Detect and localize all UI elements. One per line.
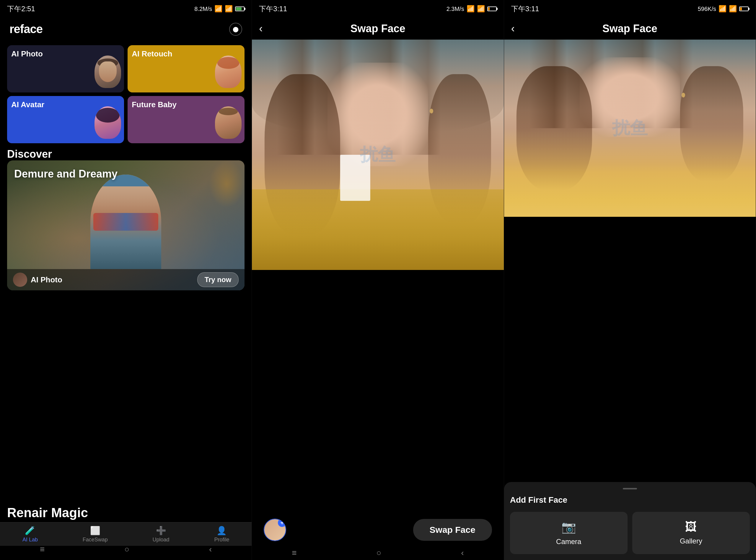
- back-btn-2[interactable]: ‹: [461, 548, 464, 558]
- nav-faceswap[interactable]: ⬜ FaceSwap: [83, 526, 108, 543]
- card-ai-retouch-label: AI Retouch: [132, 49, 172, 59]
- panel-reface-home: 下午2:51 8.2M/s 📶 📶 reface ⬤ AI Photo: [0, 0, 252, 560]
- battery-tip-2: [497, 8, 497, 10]
- sheet-handle: [623, 488, 637, 489]
- card-future-baby-label: Future Baby: [132, 100, 177, 109]
- nav-upload-label: Upload: [153, 537, 169, 543]
- signal-icon-2: 📶: [467, 5, 474, 13]
- home-btn-2[interactable]: ○: [376, 548, 382, 558]
- back-button-2[interactable]: ‹: [259, 22, 263, 35]
- panel-swap-face-2: 下午3:11 2.3M/s 📶 📶 ‹ Swap Face: [252, 0, 504, 560]
- card-ai-photo-label: AI Photo: [11, 49, 43, 59]
- discover-card-text: Demure and Dreamy: [14, 167, 118, 180]
- discover-section: Discover Demure and Dreamy AI Photo: [0, 148, 252, 293]
- camera-option-btn[interactable]: 📷 Camera: [510, 512, 628, 554]
- home-indicator-1: ≡ ○ ‹: [0, 542, 252, 557]
- panel3-title: Swap Face: [602, 22, 657, 35]
- status-bar-3: 下午3:11 596K/s 📶 📶: [504, 0, 756, 18]
- nav-faceswap-label: FaceSwap: [83, 537, 108, 543]
- status-time-1: 下午2:51: [7, 4, 35, 14]
- battery-tip-3: [749, 8, 750, 10]
- discover-bottom-bar: AI Photo Try now: [7, 269, 245, 290]
- discover-woman-figure: [90, 175, 161, 269]
- discover-type: AI Photo: [31, 275, 62, 284]
- gallery-option-btn[interactable]: 🖼 Gallery: [632, 512, 750, 554]
- card-ai-retouch-face: [212, 51, 245, 93]
- nav-profile[interactable]: 👤 Profile: [214, 526, 229, 543]
- back-button-3[interactable]: ‹: [511, 22, 515, 35]
- ai-lab-icon: 🧪: [25, 526, 35, 536]
- battery-tip-1: [245, 8, 245, 10]
- card-ai-avatar[interactable]: AI Avatar: [7, 96, 124, 143]
- status-time-2: 下午3:11: [259, 4, 287, 14]
- card-future-baby-face: [212, 102, 245, 143]
- reface-logo: reface: [9, 22, 42, 36]
- wifi-icon-3: 📶: [729, 5, 737, 13]
- strap-2: [340, 155, 370, 201]
- battery-1: [235, 6, 245, 11]
- main-photo-2: 扰鱼: [252, 40, 504, 270]
- speed-1: 8.2M/s: [194, 6, 212, 13]
- bottom-sheet: Add First Face 📷 Camera 🖼 Gallery: [504, 482, 756, 560]
- face-skin-3: [579, 57, 680, 137]
- wifi-icon-2: 📶: [477, 5, 485, 13]
- battery-3: [739, 6, 749, 11]
- battery-fill-3: [740, 7, 742, 10]
- speed-2: 2.3M/s: [447, 6, 464, 13]
- menu-btn-2[interactable]: ≡: [292, 548, 297, 558]
- gallery-icon: 🖼: [685, 520, 697, 534]
- menu-btn-1[interactable]: ≡: [40, 545, 45, 554]
- status-bar-2: 下午3:11 2.3M/s 📶 📶: [252, 0, 504, 18]
- camera-label: Camera: [556, 538, 581, 546]
- status-bar-1: 下午2:51 8.2M/s 📶 📶: [0, 0, 252, 18]
- nav-profile-label: Profile: [214, 537, 229, 543]
- sheet-title: Add First Face: [510, 495, 750, 505]
- back-btn-1[interactable]: ‹: [209, 545, 212, 554]
- face-ai-photo-img: [95, 56, 121, 88]
- signal-icon-3: 📶: [718, 5, 727, 13]
- discover-avatar: [13, 273, 27, 287]
- outfit-2: [252, 189, 504, 270]
- card-future-baby[interactable]: Future Baby: [127, 96, 245, 143]
- main-image-area-3: 扰鱼: [504, 40, 756, 521]
- discover-avatar-wrap: AI Photo: [13, 273, 62, 287]
- card-ai-photo[interactable]: AI Photo: [7, 45, 124, 93]
- battery-fill-2: [488, 7, 490, 10]
- try-now-button[interactable]: Try now: [197, 272, 239, 287]
- face-skin-2: [327, 63, 428, 166]
- renair-magic-text: Renair Magic: [7, 505, 88, 520]
- main-photo-3: 扰鱼: [504, 40, 756, 217]
- status-icons-1: 8.2M/s 📶 📶: [194, 5, 245, 13]
- earring-2: [430, 109, 433, 114]
- wifi-icon-1: 📶: [225, 5, 233, 13]
- upload-icon: ➕: [156, 526, 166, 536]
- card-ai-avatar-label: AI Avatar: [11, 100, 44, 109]
- face-baby-img: [215, 106, 242, 139]
- face-retouch-img: [215, 56, 242, 88]
- nav-ai-lab[interactable]: 🧪 AI Lab: [22, 526, 38, 543]
- status-icons-3: 596K/s 📶 📶: [698, 5, 749, 13]
- home-btn-1[interactable]: ○: [124, 545, 129, 554]
- battery-fill-1: [236, 7, 241, 10]
- card-ai-avatar-face: [91, 102, 124, 143]
- face-thumb-plus-2: +: [278, 519, 286, 527]
- panel3-header: ‹ Swap Face: [504, 18, 756, 40]
- discover-card[interactable]: Demure and Dreamy AI Photo Try now: [7, 160, 245, 290]
- hair-left-3: [516, 66, 592, 190]
- status-time-3: 下午3:11: [511, 4, 539, 14]
- face-thumb-2[interactable]: +: [264, 519, 286, 541]
- panel2-header: ‹ Swap Face: [252, 18, 504, 40]
- speed-3: 596K/s: [698, 6, 716, 13]
- gallery-label: Gallery: [680, 537, 702, 545]
- card-ai-retouch[interactable]: AI Retouch: [127, 45, 245, 93]
- action-bar-2: + Swap Face: [252, 515, 504, 545]
- settings-circle-btn[interactable]: ⬤: [229, 23, 242, 36]
- panel1-header: reface ⬤: [0, 18, 252, 40]
- swap-face-button-2[interactable]: Swap Face: [413, 519, 492, 541]
- status-icons-2: 2.3M/s 📶 📶: [447, 5, 497, 13]
- battery-2: [487, 6, 497, 11]
- card-ai-photo-face: [91, 51, 124, 93]
- nav-upload[interactable]: ➕ Upload: [153, 526, 169, 543]
- signal-icon-1: 📶: [214, 5, 222, 13]
- profile-icon: 👤: [217, 526, 227, 536]
